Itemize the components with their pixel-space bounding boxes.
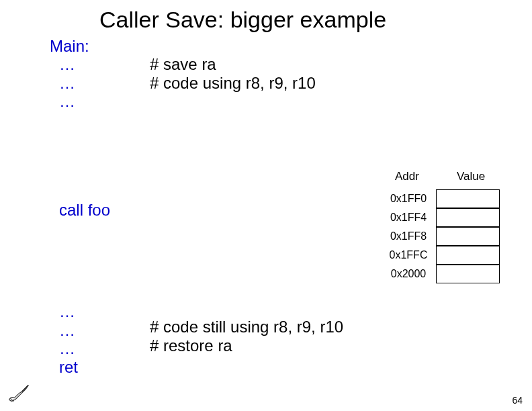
comment-block-bottom: # code still using r8, r9, r10 # restore… — [150, 318, 343, 355]
code-block-bottom: … … … ret — [59, 302, 78, 376]
code-line: … — [59, 302, 78, 321]
value-cell — [436, 208, 500, 227]
table-row: 0x2000 — [381, 265, 502, 283]
value-cell — [436, 189, 500, 208]
table-row: 0x1FF4 — [381, 208, 502, 227]
code-line: … — [59, 339, 78, 358]
code-line: … — [59, 74, 75, 93]
table-row: 0x1FF8 — [381, 227, 502, 246]
code-line: … — [59, 55, 75, 74]
comment-line: # save ra — [150, 55, 316, 74]
code-line: … — [59, 92, 75, 111]
comment-line: # restore ra — [150, 336, 343, 355]
table-row: 0x1FFC — [381, 246, 502, 265]
value-cell — [436, 246, 500, 265]
svg-line-0 — [22, 385, 29, 392]
comment-line: # code still using r8, r9, r10 — [150, 318, 343, 336]
table-header-value: Value — [457, 170, 485, 183]
main-label: Main: — [50, 37, 89, 56]
comment-line: # code using r8, r9, r10 — [150, 74, 316, 93]
comment-block-top: # save ra # code using r8, r9, r10 — [150, 55, 316, 92]
code-line: … — [59, 321, 78, 340]
value-cell — [436, 227, 500, 246]
addr-cell: 0x1FF4 — [381, 212, 436, 224]
table-row: 0x1FF0 — [381, 189, 502, 208]
code-block-top: … … … — [59, 55, 75, 111]
hand-pencil-icon — [5, 380, 31, 406]
table-header-addr: Addr — [395, 170, 419, 183]
value-cell — [436, 265, 500, 283]
addr-cell: 0x1FF8 — [381, 230, 436, 242]
addr-cell: 0x2000 — [381, 268, 436, 280]
addr-cell: 0x1FFC — [381, 249, 436, 261]
code-line: ret — [59, 358, 78, 377]
call-foo-line: call foo — [59, 201, 110, 220]
addr-cell: 0x1FF0 — [381, 193, 436, 205]
page-number: 64 — [512, 395, 523, 406]
slide-title: Caller Save: bigger example — [99, 7, 386, 33]
